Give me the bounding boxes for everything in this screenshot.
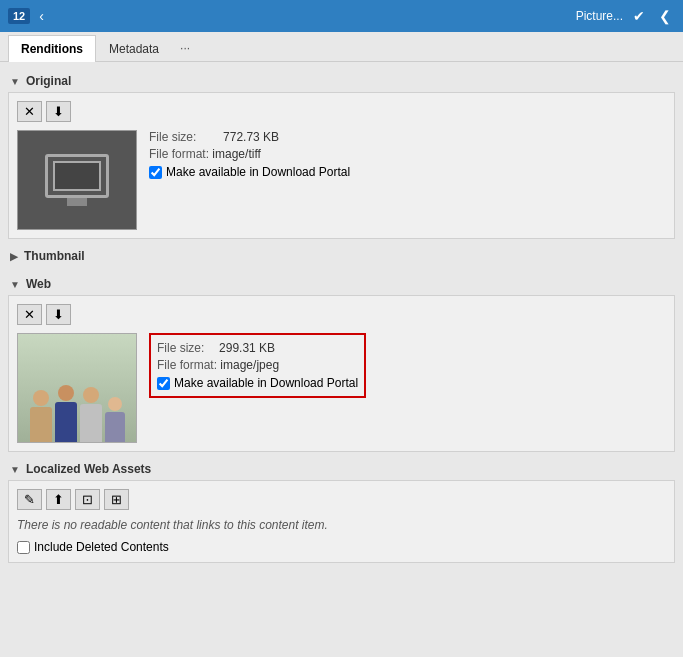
original-make-available-checkbox[interactable] [149,166,162,179]
check-button[interactable]: ✔ [629,6,649,26]
original-file-size-label: File size: [149,130,196,144]
localized-copy-button[interactable]: ⊡ [75,489,100,510]
original-section: ▼ Original ✕ ⬇ [8,70,675,239]
title-bar-left: 12 ‹ [8,6,49,26]
original-file-size-row: File size: 772.73 KB [149,130,666,144]
back-button[interactable]: ❮ [655,6,675,26]
web-section-label: Web [26,277,51,291]
page-number-badge: 12 [8,8,30,24]
web-file-item: File size: 299.31 KB File format: image/… [17,333,666,443]
window-title: Picture... [576,9,623,23]
original-section-body: ✕ ⬇ File size: 7 [8,92,675,239]
original-file-size-value: 772.73 KB [223,130,279,144]
back-nav-button[interactable]: ‹ [34,6,49,26]
web-file-format-value: image/jpeg [220,358,279,372]
localized-section-header[interactable]: ▼ Localized Web Assets [8,458,675,480]
web-thumbnail [17,333,137,443]
original-file-format-label: File format: [149,147,209,161]
web-file-size-value: 299.31 KB [219,341,275,355]
original-file-format-row: File format: image/tiff [149,147,666,161]
no-content-message: There is no readable content that links … [17,518,666,532]
main-content: ▼ Original ✕ ⬇ [0,62,683,657]
original-collapse-arrow: ▼ [10,76,20,87]
web-section: ▼ Web ✕ ⬇ [8,273,675,452]
localized-section-label: Localized Web Assets [26,462,151,476]
web-collapse-arrow: ▼ [10,279,20,290]
web-make-available-row: Make available in Download Portal [157,376,358,390]
original-file-format-value: image/tiff [212,147,260,161]
title-bar-right: Picture... ✔ ❮ [576,6,675,26]
web-file-format-row: File format: image/jpeg [157,358,358,372]
localized-web-button[interactable]: ⊞ [104,489,129,510]
web-section-header[interactable]: ▼ Web [8,273,675,295]
web-file-size-row: File size: 299.31 KB [157,341,358,355]
include-deleted-label: Include Deleted Contents [34,540,169,554]
original-download-button[interactable]: ⬇ [46,101,71,122]
original-section-header[interactable]: ▼ Original [8,70,675,92]
web-file-format-label: File format: [157,358,217,372]
localized-section: ▼ Localized Web Assets ✎ ⬆ ⊡ ⊞ There is … [8,458,675,563]
include-deleted-row: Include Deleted Contents [17,540,666,554]
web-make-available-label: Make available in Download Portal [174,376,358,390]
thumbnail-section-header[interactable]: ▶ Thumbnail [8,245,675,267]
thumbnail-section-label: Thumbnail [24,249,85,263]
original-file-item: File size: 772.73 KB File format: image/… [17,130,666,230]
original-delete-button[interactable]: ✕ [17,101,42,122]
tab-renditions[interactable]: Renditions [8,35,96,62]
original-thumbnail [17,130,137,230]
localized-upload-button[interactable]: ⬆ [46,489,71,510]
localized-toolbar: ✎ ⬆ ⊡ ⊞ [17,489,666,510]
original-file-info: File size: 772.73 KB File format: image/… [149,130,666,179]
title-bar: 12 ‹ Picture... ✔ ❮ [0,0,683,32]
original-section-label: Original [26,74,71,88]
tab-metadata[interactable]: Metadata [96,35,172,62]
localized-section-body: ✎ ⬆ ⊡ ⊞ There is no readable content tha… [8,480,675,563]
original-make-available-row: Make available in Download Portal [149,165,666,179]
localized-collapse-arrow: ▼ [10,464,20,475]
original-toolbar: ✕ ⬇ [17,101,666,122]
include-deleted-checkbox[interactable] [17,541,30,554]
web-make-available-checkbox[interactable] [157,377,170,390]
web-delete-button[interactable]: ✕ [17,304,42,325]
web-section-body: ✕ ⬇ [8,295,675,452]
thumbnail-section: ▶ Thumbnail [8,245,675,267]
original-make-available-label: Make available in Download Portal [166,165,350,179]
thumbnail-collapse-arrow: ▶ [10,251,18,262]
tab-bar: Renditions Metadata ··· [0,32,683,62]
tab-more[interactable]: ··· [172,35,198,61]
web-file-info-highlight: File size: 299.31 KB File format: image/… [149,333,366,398]
web-file-size-label: File size: [157,341,204,355]
localized-edit-button[interactable]: ✎ [17,489,42,510]
web-toolbar: ✕ ⬇ [17,304,666,325]
web-download-button[interactable]: ⬇ [46,304,71,325]
